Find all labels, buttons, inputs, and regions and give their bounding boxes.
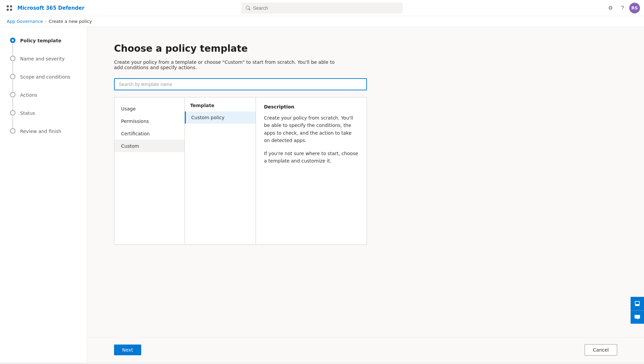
chat-icon-button[interactable] — [631, 310, 644, 324]
step-left-5 — [9, 110, 16, 128]
page-description: Create your policy from a template or ch… — [114, 59, 342, 70]
steps-sidebar: Policy template Name and severity Scope … — [0, 27, 87, 362]
description-text-2: If you're not sure where to start, choos… — [264, 150, 359, 165]
category-column: Usage Permissions Certification Custom — [114, 97, 185, 244]
template-column: Template Custom policy — [185, 97, 256, 244]
description-column: Description Create your policy from scra… — [256, 97, 367, 244]
app-title: Microsoft 365 Defender — [17, 5, 85, 11]
breadcrumb: App Governance › Create a new policy — [0, 16, 644, 27]
search-icon — [246, 6, 250, 10]
global-search-input[interactable] — [253, 5, 398, 11]
breadcrumb-current: Create a new policy — [49, 19, 92, 24]
step-line-1 — [12, 44, 13, 56]
step-line-5 — [12, 116, 13, 128]
svg-rect-3 — [10, 9, 12, 11]
step-label-policy-template: Policy template — [20, 38, 61, 44]
category-item-certification[interactable]: Certification — [114, 127, 184, 140]
step-scope-conditions: Scope and conditions — [9, 74, 87, 92]
step-actions: Actions — [9, 92, 87, 110]
category-item-custom[interactable]: Custom — [114, 140, 184, 152]
step-left-6 — [9, 128, 16, 134]
main-layout: Policy template Name and severity Scope … — [0, 27, 644, 362]
app-grid-icon[interactable] — [4, 3, 15, 13]
step-left-1 — [9, 38, 16, 56]
step-line-2 — [12, 62, 13, 74]
step-left-4 — [9, 92, 16, 110]
template-picker: Usage Permissions Certification Custom T… — [114, 97, 367, 245]
step-circle-1 — [10, 38, 15, 43]
step-label-actions: Actions — [20, 92, 37, 99]
step-circle-6 — [10, 128, 15, 134]
breadcrumb-parent[interactable]: App Governance — [7, 19, 43, 24]
page-title: Choose a policy template — [114, 43, 617, 54]
step-circle-4 — [10, 92, 15, 97]
template-column-header: Template — [185, 103, 256, 111]
step-circle-2 — [10, 56, 15, 61]
step-circle-3 — [10, 74, 15, 79]
template-item-custom-policy[interactable]: Custom policy — [185, 111, 256, 124]
step-left-3 — [9, 74, 16, 92]
step-label-status: Status — [20, 110, 35, 117]
svg-rect-1 — [10, 5, 12, 7]
user-avatar[interactable]: RS — [629, 3, 640, 13]
svg-rect-2 — [7, 9, 9, 11]
nav-right-icons: ⚙ ? RS — [605, 3, 640, 13]
step-label-scope-conditions: Scope and conditions — [20, 74, 70, 81]
step-status: Status — [9, 110, 87, 128]
step-left-2 — [9, 56, 16, 74]
chat-icon — [634, 314, 640, 320]
settings-button[interactable]: ⚙ — [605, 3, 616, 13]
search-container — [241, 3, 402, 13]
category-item-usage[interactable]: Usage — [114, 103, 184, 115]
description-title: Description — [264, 104, 359, 109]
help-button[interactable]: ? — [617, 3, 628, 13]
feedback-icon — [634, 301, 640, 307]
template-search-input[interactable] — [114, 78, 367, 90]
side-fab-panel — [631, 297, 644, 324]
step-policy-template: Policy template — [9, 38, 87, 56]
top-navigation: Microsoft 365 Defender ⚙ ? RS — [0, 0, 644, 16]
svg-rect-0 — [7, 5, 9, 7]
step-label-name-severity: Name and severity — [20, 56, 65, 62]
next-button[interactable]: Next — [114, 345, 141, 355]
step-label-review-finish: Review and finish — [20, 128, 61, 135]
category-item-permissions[interactable]: Permissions — [114, 115, 184, 127]
footer-buttons: Next Cancel — [87, 337, 644, 362]
description-text-1: Create your policy from scratch. You'll … — [264, 114, 359, 144]
step-review-finish: Review and finish — [9, 128, 87, 135]
content-area: Choose a policy template Create your pol… — [87, 27, 644, 362]
breadcrumb-separator: › — [45, 19, 47, 24]
content-inner: Choose a policy template Create your pol… — [87, 27, 644, 337]
cancel-button[interactable]: Cancel — [585, 344, 617, 356]
step-name-severity: Name and severity — [9, 56, 87, 74]
feedback-icon-button[interactable] — [631, 297, 644, 310]
step-circle-5 — [10, 110, 15, 116]
step-line-4 — [12, 98, 13, 110]
search-box[interactable] — [241, 3, 402, 13]
step-line-3 — [12, 80, 13, 92]
